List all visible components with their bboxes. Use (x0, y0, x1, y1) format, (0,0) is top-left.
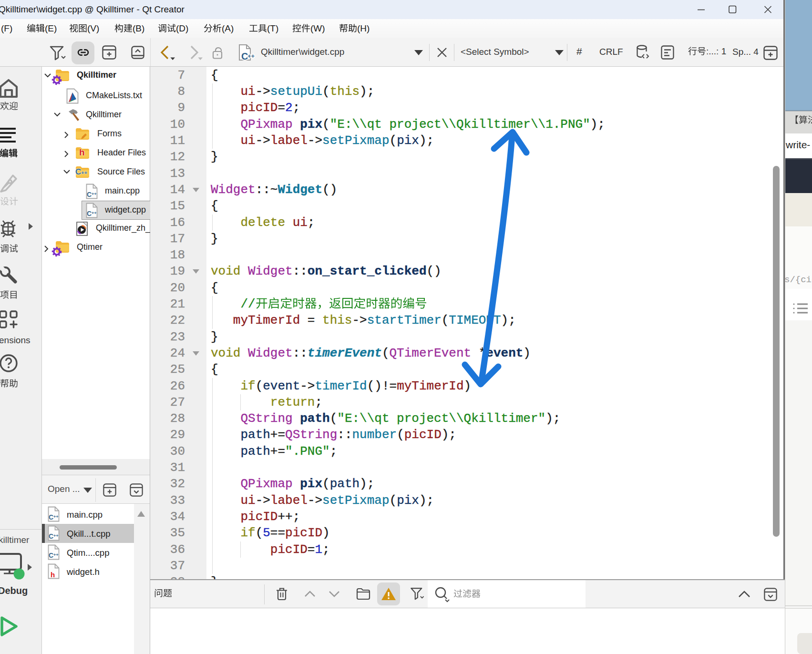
svg-text:++: ++ (92, 211, 97, 215)
svg-text:++: ++ (53, 514, 59, 519)
svg-text:C: C (87, 210, 92, 217)
svg-text:++: ++ (92, 192, 97, 196)
svg-text:C: C (49, 552, 53, 559)
svg-text:h: h (51, 571, 55, 579)
svg-text:C: C (87, 191, 92, 198)
svg-text:++: ++ (53, 533, 59, 538)
svg-text:++: ++ (53, 552, 59, 557)
svg-text:++: ++ (247, 52, 255, 60)
svg-text:C: C (49, 513, 53, 521)
svg-text:C: C (49, 532, 53, 540)
